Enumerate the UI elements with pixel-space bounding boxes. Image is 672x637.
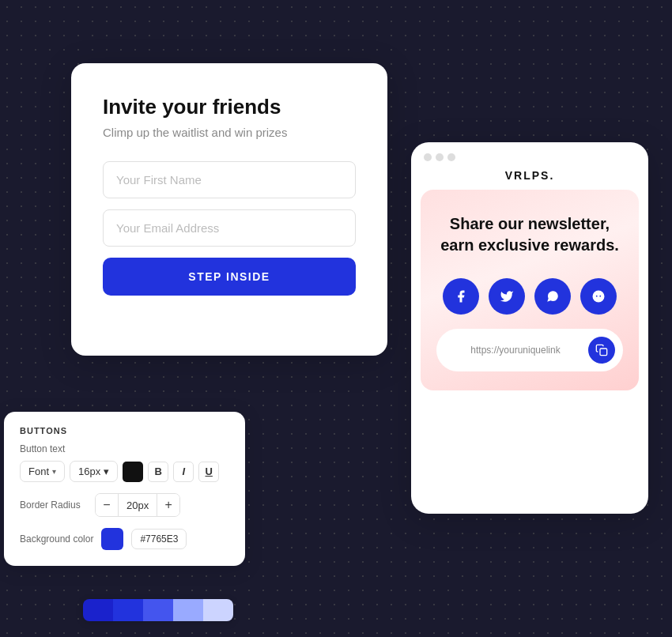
brand-name: VRLPS.: [411, 161, 648, 182]
color-palette: [83, 599, 233, 621]
dot-3: [447, 153, 455, 161]
email-input[interactable]: [103, 209, 356, 247]
dot-2: [436, 153, 444, 161]
twitter-icon[interactable]: [489, 278, 525, 315]
share-card-heading: Share our newsletter, earn exclusive rew…: [436, 213, 623, 256]
facebook-icon[interactable]: [443, 278, 479, 315]
palette-swatch-2[interactable]: [113, 599, 143, 621]
svg-point-1: [596, 296, 598, 297]
border-radius-label: Border Radius: [20, 499, 87, 511]
font-chevron-icon: ▾: [52, 467, 56, 476]
invite-card-title: Invite your friends: [103, 95, 356, 119]
dot-row: [411, 142, 648, 161]
italic-button[interactable]: I: [173, 462, 194, 482]
text-color-swatch[interactable]: [123, 462, 143, 482]
whatsapp-icon[interactable]: [534, 278, 571, 315]
bg-color-hex: #7765E3: [131, 529, 187, 549]
palette-swatch-1[interactable]: [83, 599, 113, 621]
border-radius-row: Border Radius − 20px +: [20, 493, 229, 517]
step-inside-button[interactable]: STEP INSIDE: [103, 258, 356, 296]
invite-card: Invite your friends Climp up the waitlis…: [71, 63, 387, 356]
reddit-icon[interactable]: [580, 278, 617, 315]
panel-title: BUTTONS: [20, 426, 229, 435]
font-size-selector[interactable]: 16px ▾: [70, 461, 118, 482]
link-text: https://youruniquelink: [449, 345, 582, 356]
radius-value: 20px: [118, 494, 157, 516]
palette-swatch-3[interactable]: [143, 599, 173, 621]
svg-rect-4: [600, 349, 607, 356]
size-chevron-icon: ▾: [104, 466, 109, 477]
svg-point-2: [599, 296, 601, 297]
bg-color-label: Background color: [20, 533, 93, 545]
bg-color-row: Background color #7765E3: [20, 528, 229, 550]
radius-controls: − 20px +: [95, 493, 180, 517]
font-controls: Font ▾ 16px ▾ B I U: [20, 461, 229, 482]
underline-button[interactable]: U: [198, 462, 219, 482]
radius-increase-button[interactable]: +: [157, 494, 179, 516]
invite-card-subtitle: Climp up the waitlist and win prizes: [103, 126, 356, 139]
font-size-label: 16px: [78, 466, 100, 477]
link-row: https://youruniquelink: [436, 329, 623, 371]
copy-button[interactable]: [588, 337, 615, 364]
buttons-panel: BUTTONS Button text Font ▾ 16px ▾ B I U …: [4, 412, 245, 566]
social-icons-row: [436, 278, 623, 315]
svg-point-3: [601, 292, 602, 294]
bg-color-swatch[interactable]: [101, 528, 123, 550]
palette-swatch-4[interactable]: [173, 599, 203, 621]
dot-1: [424, 153, 432, 161]
palette-swatch-5[interactable]: [203, 599, 233, 621]
bold-button[interactable]: B: [148, 462, 168, 482]
svg-point-0: [593, 291, 605, 303]
button-text-label: Button text: [20, 443, 229, 454]
font-label: Font: [28, 466, 49, 477]
share-card-content: Share our newsletter, earn exclusive rew…: [421, 190, 639, 390]
font-selector[interactable]: Font ▾: [20, 461, 65, 482]
share-card: VRLPS. Share our newsletter, earn exclus…: [411, 142, 648, 514]
radius-decrease-button[interactable]: −: [96, 494, 118, 516]
first-name-input[interactable]: [103, 161, 356, 198]
